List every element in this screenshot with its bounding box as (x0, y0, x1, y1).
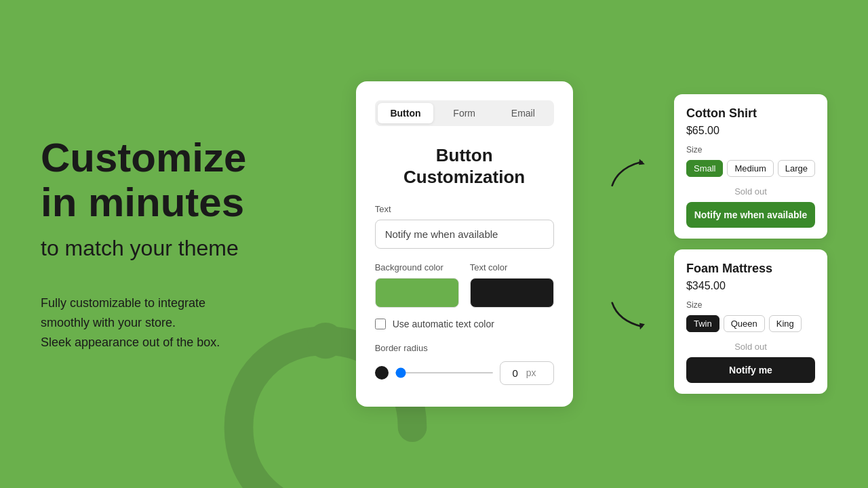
product-1-name: Cotton Shirt (686, 106, 815, 121)
size-btn-small[interactable]: Small (686, 160, 724, 177)
text-color-swatch[interactable] (470, 278, 554, 308)
svg-marker-2 (639, 323, 645, 329)
product-card-2: Foam Mattress $345.00 Size Twin Queen Ki… (674, 249, 827, 394)
size-btn-medium[interactable]: Medium (727, 160, 773, 177)
arrows-container (603, 142, 657, 346)
size-btn-large[interactable]: Large (778, 160, 815, 177)
right-section: Cotton Shirt $65.00 Size Small Medium La… (674, 94, 827, 394)
svg-marker-1 (639, 159, 645, 165)
size-btn-king[interactable]: King (769, 315, 802, 332)
text-input[interactable] (375, 220, 554, 249)
product-1-size-label: Size (686, 145, 815, 155)
center-panel: Button Form Email Button Customization T… (356, 81, 573, 406)
bg-color-label: Background color (375, 262, 459, 272)
main-layout: Customize in minutes to match your theme… (0, 0, 868, 488)
border-radius-section: Border radius 0 px (375, 343, 554, 385)
main-headline: Customize in minutes (41, 136, 326, 225)
radius-control: 0 px (375, 361, 554, 385)
border-radius-label: Border radius (375, 343, 554, 353)
auto-text-checkbox[interactable] (375, 319, 386, 329)
product-2-size-options: Twin Queen King (686, 315, 815, 332)
radius-unit: px (526, 367, 536, 378)
product-2-size-label: Size (686, 300, 815, 310)
product-2-notify-button[interactable]: Notify me (686, 357, 815, 383)
arrow-down-icon (606, 297, 654, 333)
color-row: Background color Text color (375, 262, 554, 308)
product-2-name: Foam Mattress (686, 262, 815, 276)
product-1-size-options: Small Medium Large (686, 160, 815, 177)
panel-title: Button Customization (375, 145, 554, 187)
product-1-notify-button[interactable]: Notify me when available (686, 202, 815, 228)
arrow-up-icon (606, 156, 654, 192)
product-1-price: $65.00 (686, 125, 815, 137)
text-color-label: Text color (470, 262, 554, 272)
tab-email[interactable]: Email (495, 103, 551, 123)
product-2-price: $345.00 (686, 280, 815, 292)
description: Fully customizable to integrate smoothly… (41, 293, 326, 352)
product-1-sold-out: Sold out (686, 186, 815, 197)
text-color-field: Text color (470, 262, 554, 308)
radius-value: 0 (507, 367, 524, 379)
sub-headline: to match your theme (41, 236, 326, 261)
product-2-sold-out: Sold out (686, 342, 815, 352)
auto-text-row: Use automatic text color (375, 319, 554, 329)
bg-color-swatch[interactable] (375, 278, 459, 308)
tab-form[interactable]: Form (436, 103, 492, 123)
text-field-label: Text (375, 204, 554, 214)
radius-dot (375, 366, 389, 380)
size-btn-twin[interactable]: Twin (686, 315, 719, 332)
left-section: Customize in minutes to match your theme… (41, 136, 326, 352)
tab-button[interactable]: Button (378, 103, 434, 123)
radius-input-wrap: 0 px (500, 361, 554, 385)
auto-text-label: Use automatic text color (393, 319, 494, 329)
product-card-1: Cotton Shirt $65.00 Size Small Medium La… (674, 94, 827, 239)
tabs-container: Button Form Email (375, 100, 554, 126)
radius-slider[interactable] (395, 372, 493, 373)
size-btn-queen[interactable]: Queen (724, 315, 765, 332)
bg-color-field: Background color (375, 262, 459, 308)
